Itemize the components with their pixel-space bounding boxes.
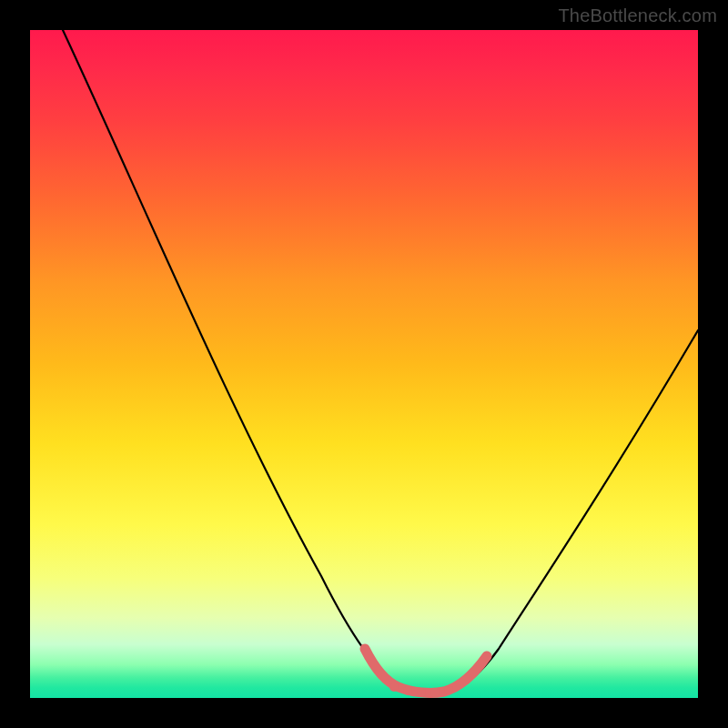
trough-highlight xyxy=(365,649,487,693)
svg-point-4 xyxy=(444,685,453,694)
svg-point-2 xyxy=(417,688,426,697)
curve-black xyxy=(63,30,698,693)
svg-point-1 xyxy=(403,686,412,695)
chart-frame: TheBottleneck.com xyxy=(0,0,728,728)
curve-layer xyxy=(30,30,698,698)
svg-point-0 xyxy=(389,682,399,692)
svg-point-3 xyxy=(430,688,440,697)
plot-area xyxy=(30,30,698,698)
watermark-text: TheBottleneck.com xyxy=(558,5,717,26)
